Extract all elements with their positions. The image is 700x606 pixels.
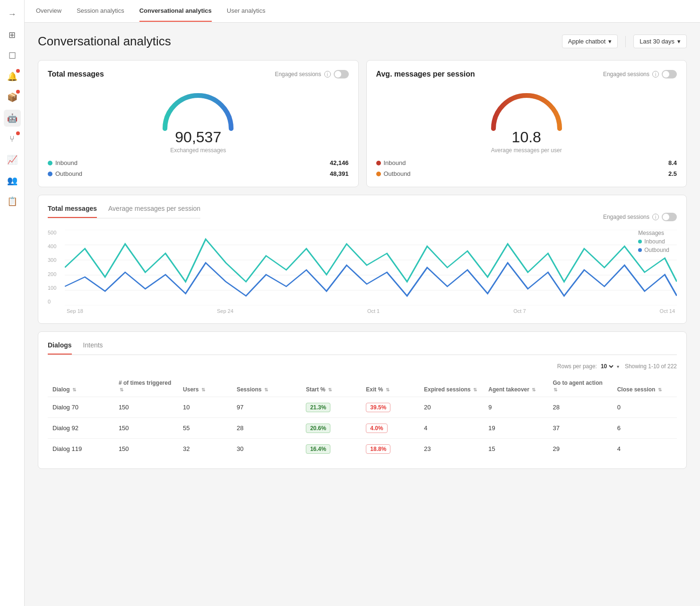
engaged-sessions-control: Engaged sessions i [603,70,677,78]
cell-users: 10 [178,397,232,418]
showing-label: Showing 1-10 of 222 [625,363,677,370]
avg-messages-metrics: Inbound 8.4 Outbound 2.5 [376,159,677,177]
inbound-dot [376,161,381,165]
cell-exit-pct: 39.5% [361,397,419,418]
period-selector[interactable]: Last 30 days ▾ [633,35,687,48]
avg-messages-gauge: 10.8 Average messages per user [376,86,677,154]
info-icon[interactable]: i [652,71,659,78]
col-expired-sessions[interactable]: Expired sessions ⇅ [419,376,484,397]
sidebar-item-package[interactable]: 📦 [4,89,21,106]
cell-go-to-agent: 29 [548,439,612,459]
chart-tab-avg-messages[interactable]: Average messages per session [108,205,200,218]
sidebar-item-branch[interactable]: ⑂ [4,130,21,147]
top-nav: Overview Session analytics Conversationa… [25,0,700,23]
engaged-sessions-toggle[interactable] [334,70,349,78]
tab-user-analytics[interactable]: User analytics [227,0,266,22]
page-title: Conversational analytics [38,34,171,49]
info-icon[interactable]: i [324,71,331,78]
outbound-dot [48,172,52,176]
total-messages-value: 90,537 [175,129,221,146]
cell-start-pct: 20.6% [301,418,361,439]
sidebar-item-grid[interactable]: ⊞ [4,26,21,43]
cell-agent-takeover: 9 [484,397,548,418]
cell-triggered: 150 [114,418,178,439]
chart-area: Messages Inbound Outbound [65,230,677,305]
metric-inbound: Inbound 8.4 [376,159,677,166]
table-meta: Rows per page: 10 25 50 ▾ Showing 1-10 o… [48,363,677,370]
chart-tab-total-messages[interactable]: Total messages [48,205,97,218]
cell-agent-takeover: 19 [484,418,548,439]
chevron-down-icon: ▾ [608,38,612,45]
engaged-sessions-toggle[interactable] [662,70,677,78]
chevron-down-icon: ▾ [617,364,619,369]
rows-per-page-control: Rows per page: 10 25 50 ▾ [557,363,619,370]
sidebar-item-inbox[interactable]: ☐ [4,47,21,64]
avg-messages-card: Avg. messages per session Engaged sessio… [366,60,687,187]
tab-session-analytics[interactable]: Session analytics [77,0,124,22]
total-messages-title: Total messages [48,70,104,78]
gauge-svg [156,86,241,133]
avg-messages-value: 10.8 [512,129,541,146]
tab-conversational-analytics[interactable]: Conversational analytics [139,0,212,22]
chart-card: Total messages Average messages per sess… [38,195,687,324]
cell-dialog: Dialog 70 [48,397,114,418]
total-messages-label: Exchanged messages [170,147,226,154]
main-area: Overview Session analytics Conversationa… [25,0,700,606]
gauge-svg [484,86,569,133]
page-header: Conversational analytics Apple chatbot ▾… [38,34,687,49]
content-area: Conversational analytics Apple chatbot ▾… [25,23,700,606]
metric-outbound: Outbound 2.5 [376,170,677,177]
col-triggered[interactable]: # of times triggered ⇅ [114,376,178,397]
chart-container: 500 400 300 200 100 0 Messages Inbound [48,230,677,314]
card-header: Avg. messages per session Engaged sessio… [376,70,677,78]
cell-start-pct: 16.4% [301,439,361,459]
engaged-sessions-control: Engaged sessions i [275,70,348,78]
cell-agent-takeover: 15 [484,439,548,459]
col-agent-takeover[interactable]: Agent takeover ⇅ [484,376,548,397]
sidebar-item-bot[interactable]: 🤖 [4,110,21,127]
sidebar-item-users[interactable]: 👥 [4,172,21,189]
sidebar-item-notification[interactable]: 🔔 [4,68,21,85]
avg-messages-label: Average messages per user [491,147,562,154]
cell-sessions: 97 [232,397,302,418]
cell-sessions: 30 [232,439,302,459]
cell-users: 32 [178,439,232,459]
tab-dialogs[interactable]: Dialogs [48,341,72,355]
avg-messages-title: Avg. messages per session [376,70,475,78]
engaged-sessions-chart-control: Engaged sessions i [603,213,677,221]
metrics-cards: Total messages Engaged sessions i [38,60,687,187]
total-messages-metrics: Inbound 42,146 Outbound 48,391 [48,159,349,177]
col-close-session[interactable]: Close session ⇅ [613,376,677,397]
sidebar: → ⊞ ☐ 🔔 📦 🤖 ⑂ 📈 👥 📋 [0,0,25,606]
chart-tabs: Total messages Average messages per sess… [48,205,200,218]
col-sessions[interactable]: Sessions ⇅ [232,376,302,397]
tab-intents[interactable]: Intents [83,341,103,355]
cell-triggered: 150 [114,439,178,459]
col-go-to-agent[interactable]: Go to agent action ⇅ [548,376,612,397]
cell-go-to-agent: 37 [548,418,612,439]
bot-selector[interactable]: Apple chatbot ▾ [562,35,618,48]
cell-go-to-agent: 28 [548,397,612,418]
metric-outbound: Outbound 48,391 [48,170,349,177]
sidebar-item-report[interactable]: 📋 [4,193,21,210]
col-users[interactable]: Users ⇅ [178,376,232,397]
chart-engaged-toggle[interactable] [662,213,677,221]
tab-overview[interactable]: Overview [36,0,61,22]
inbound-dot [48,161,52,165]
col-start-pct[interactable]: Start % ⇅ [301,376,361,397]
col-dialog[interactable]: Dialog ⇅ [48,376,114,397]
col-exit-pct[interactable]: Exit % ⇅ [361,376,419,397]
table-row: Dialog 119 150 32 30 16.4% 18.8% 23 15 2… [48,439,677,459]
info-icon[interactable]: i [652,214,659,220]
rows-per-page-select[interactable]: 10 25 50 [599,363,615,370]
legend-title: Messages [638,230,669,236]
total-messages-gauge: 90,537 Exchanged messages [48,86,349,154]
cell-expired: 23 [419,439,484,459]
sidebar-item-chart[interactable]: 📈 [4,151,21,168]
sidebar-item-arrow[interactable]: → [4,6,21,23]
header-controls: Apple chatbot ▾ Last 30 days ▾ [562,35,687,48]
divider [625,36,626,47]
cell-dialog: Dialog 119 [48,439,114,459]
dialogs-card: Dialogs Intents Rows per page: 10 25 50 … [38,331,687,469]
cell-start-pct: 21.3% [301,397,361,418]
